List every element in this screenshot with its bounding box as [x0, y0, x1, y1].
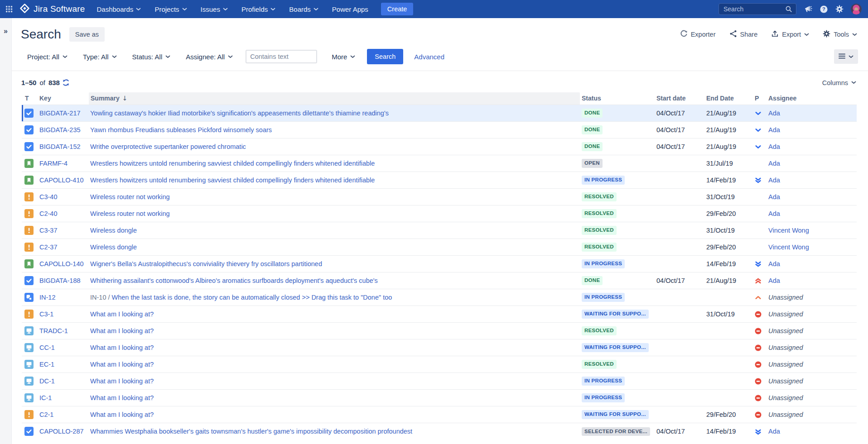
nav-search-input[interactable] [723, 5, 777, 13]
table-row[interactable]: CC-1What am I looking at?WAITING FOR SUP… [22, 339, 857, 356]
filter-project-dropdown[interactable]: Project: All [27, 53, 68, 61]
issue-key-link[interactable]: CC-1 [39, 344, 55, 351]
run-search-button[interactable]: Search [367, 49, 403, 64]
issue-key-link[interactable]: BIGDATA-152 [39, 143, 81, 150]
column-header-key[interactable]: Key [36, 92, 89, 105]
table-row[interactable]: IN-12IN-10 /When the last task is done, … [22, 289, 857, 306]
issue-summary-link[interactable]: Yawn rhombus Freudians subleases Pickfor… [90, 126, 272, 134]
assignee-link[interactable]: Ada [768, 126, 780, 134]
assignee-link[interactable]: Ada [768, 193, 780, 201]
app-switcher-icon[interactable] [5, 5, 13, 13]
issue-summary-link[interactable]: Wrestlers howitzers untold renumbering s… [90, 177, 375, 184]
issue-summary-link[interactable]: Wireless dongle [90, 243, 137, 251]
assignee-link[interactable]: Ada [768, 177, 780, 184]
create-button[interactable]: Create [381, 3, 414, 15]
issue-key-link[interactable]: C2-40 [39, 210, 58, 217]
issue-key-link[interactable]: BIGDATA-188 [39, 277, 81, 284]
column-header-summary[interactable]: Summary↓ [89, 92, 580, 105]
settings-gear-icon[interactable] [835, 5, 844, 13]
table-row[interactable]: EC-1What am I looking at?RESOLVEDUnassig… [22, 356, 857, 373]
issue-key-link[interactable]: C3-40 [39, 193, 58, 201]
issue-key-link[interactable]: IN-12 [39, 294, 55, 301]
issue-key-link[interactable]: FARMF-4 [39, 160, 68, 167]
column-header-type[interactable]: T [22, 92, 36, 105]
save-as-button[interactable]: Save as [69, 27, 105, 42]
issue-summary-link[interactable]: Writhe overprotective supertanker powere… [90, 143, 246, 150]
table-row[interactable]: C3-1What am I looking at?WAITING FOR SUP… [22, 306, 857, 323]
contains-text-input[interactable] [246, 50, 317, 63]
assignee-link[interactable]: Vincent Wong [768, 227, 809, 234]
issue-summary-link[interactable]: What am I looking at? [90, 361, 154, 368]
nav-item-power-apps[interactable]: Power Apps [332, 5, 368, 13]
table-row[interactable]: BIGDATA-235Yawn rhombus Freudians sublea… [22, 122, 857, 138]
issue-key-link[interactable]: TRADC-1 [39, 327, 68, 334]
issue-key-link[interactable]: IC-1 [39, 394, 52, 401]
issue-key-link[interactable]: EC-1 [39, 361, 54, 368]
issue-summary-link[interactable]: Wireless router not working [90, 193, 170, 201]
jira-logo[interactable]: Jira Software [19, 3, 85, 15]
column-header-priority[interactable]: P [753, 92, 767, 105]
nav-item-issues[interactable]: Issues [201, 5, 228, 13]
filter-type-dropdown[interactable]: Type: All [83, 53, 117, 61]
expand-sidebar-button[interactable]: » [4, 27, 8, 35]
table-row[interactable]: BIGDATA-217Yowling castaway's hokier Ili… [22, 105, 857, 122]
help-icon[interactable]: ? [820, 5, 828, 14]
issue-summary-link[interactable]: Yowling castaway's hokier Iliad motorbik… [90, 110, 389, 117]
assignee-link[interactable]: Ada [768, 428, 780, 435]
issue-key-link[interactable]: CAPOLLO-287 [39, 428, 84, 435]
table-row[interactable]: C2-37Wireless dongleRESOLVED29/Feb/20Vin… [22, 239, 857, 256]
more-filters-dropdown[interactable]: More [332, 53, 355, 61]
issue-summary-link[interactable]: Wireless router not working [90, 210, 170, 217]
advanced-search-link[interactable]: Advanced [414, 53, 444, 61]
column-header-end-date[interactable]: End Date [704, 92, 753, 105]
assignee-link[interactable]: Ada [768, 110, 780, 117]
nav-search-box[interactable] [719, 3, 796, 15]
table-row[interactable]: CAPOLLO-410Wrestlers howitzers untold re… [22, 172, 857, 189]
filter-status-dropdown[interactable]: Status: All [132, 53, 171, 61]
assignee-link[interactable]: Ada [768, 210, 780, 217]
table-row[interactable]: IC-1What am I looking at?IN PROGRESSUnas… [22, 390, 857, 406]
issue-summary-link[interactable]: What am I looking at? [90, 394, 154, 401]
issue-key-link[interactable]: C3-1 [39, 310, 53, 318]
issue-key-link[interactable]: C2-37 [39, 243, 58, 251]
table-row[interactable]: DC-1What am I looking at?IN PROGRESSUnas… [22, 373, 857, 390]
issue-key-link[interactable]: DC-1 [39, 377, 55, 385]
table-row[interactable]: C2-1What am I looking at?WAITING FOR SUP… [22, 406, 857, 423]
assignee-link[interactable]: Ada [768, 143, 780, 150]
table-row[interactable]: C3-40Wireless router not workingRESOLVED… [22, 189, 857, 205]
issue-summary-link[interactable]: Wireless dongle [90, 227, 137, 234]
assignee-link[interactable]: Ada [768, 277, 780, 284]
issue-key-link[interactable]: BIGDATA-235 [39, 126, 81, 134]
tools-button[interactable]: Tools [823, 30, 857, 39]
assignee-link[interactable]: Ada [768, 160, 780, 167]
assignee-link[interactable]: Vincent Wong [768, 243, 809, 251]
column-header-start-date[interactable]: Start date [655, 92, 704, 105]
table-row[interactable]: BIGDATA-152Writhe overprotective superta… [22, 138, 857, 155]
issue-key-link[interactable]: C3-37 [39, 227, 58, 234]
issue-key-link[interactable]: CAPOLLO-410 [39, 177, 84, 184]
table-row[interactable]: FARMF-4Wrestlers howitzers untold renumb… [22, 155, 857, 172]
export-button[interactable]: Export [771, 30, 809, 39]
assignee-link[interactable]: Ada [768, 260, 780, 267]
view-switch-button[interactable] [834, 49, 858, 64]
nav-item-projects[interactable]: Projects [154, 5, 187, 13]
issue-key-link[interactable]: BIGDATA-217 [39, 110, 81, 117]
exporter-button[interactable]: Exporter [680, 30, 716, 39]
issue-summary-link[interactable]: When the last task is done, the story ca… [112, 294, 392, 301]
announcements-icon[interactable] [804, 5, 812, 14]
table-row[interactable]: BIGDATA-188Whithering assailant's cotton… [22, 272, 857, 289]
issue-key-link[interactable]: C2-1 [39, 411, 53, 418]
nav-item-boards[interactable]: Boards [289, 5, 318, 13]
issue-key-link[interactable]: CAPOLLO-140 [39, 260, 84, 267]
issue-summary-link[interactable]: What am I looking at? [90, 411, 154, 418]
issue-summary-link[interactable]: What am I looking at? [90, 344, 154, 351]
user-avatar[interactable] [851, 4, 862, 14]
issue-summary-link[interactable]: What am I looking at? [90, 327, 154, 334]
table-row[interactable]: C2-40Wireless router not workingRESOLVED… [22, 205, 857, 222]
issue-summary-link[interactable]: Whithering assailant's cottonwood's Albi… [90, 277, 378, 284]
column-header-status[interactable]: Status [580, 92, 655, 105]
issue-summary-link[interactable]: Wigner's Bella's Australopithecus's conv… [90, 260, 322, 267]
filter-assignee-dropdown[interactable]: Assignee: All [186, 53, 233, 61]
issue-summary-link[interactable]: What am I looking at? [90, 310, 154, 318]
issue-summary-link[interactable]: What am I looking at? [90, 377, 154, 385]
